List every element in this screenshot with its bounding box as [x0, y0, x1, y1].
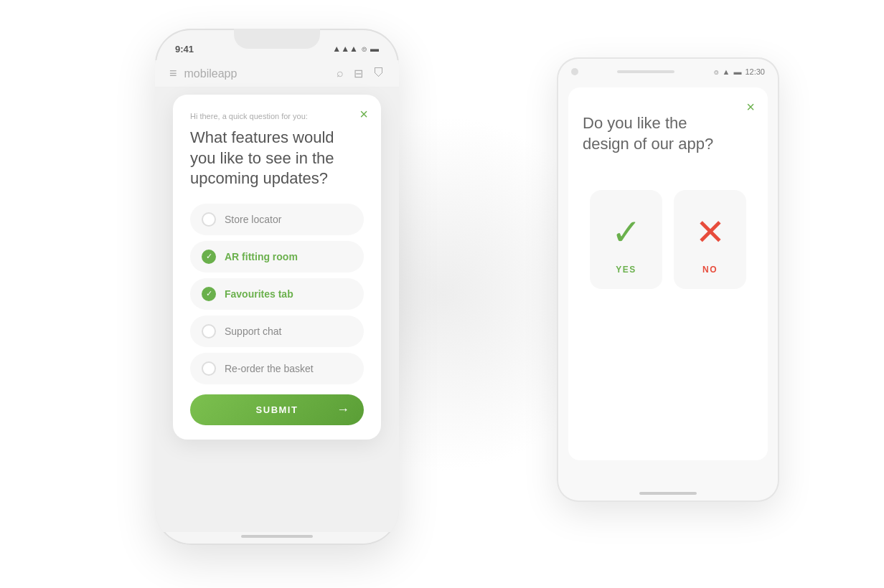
status-icons: ▲▲▲ ⌾ ▬: [332, 44, 379, 54]
p2-home-bar: [639, 492, 697, 495]
option-reorder-basket[interactable]: Re-order the basket: [190, 353, 364, 384]
battery-icon: ▬: [370, 44, 379, 54]
camera-icon: [571, 68, 578, 75]
phone-notch: [234, 29, 320, 49]
top-bar-decoration: [617, 70, 674, 73]
survey-modal: × Hi there, a quick question for you: Wh…: [173, 95, 381, 440]
option-support-chat[interactable]: Support chat: [190, 316, 364, 347]
p2-close-button[interactable]: ×: [746, 99, 755, 115]
arrow-icon: →: [337, 402, 349, 417]
phone-1: 9:41 ▲▲▲ ⌾ ▬ ≡ mobileapp ⌕ ⊟ ⛉ × Hi ther…: [155, 29, 399, 545]
phone-2: ⌾ ▲ ▬ 12:30 × Do you like the design of …: [557, 57, 779, 502]
option-ar-fitting-room[interactable]: AR fitting room: [190, 241, 364, 272]
modal-title: What features would you like to see in t…: [190, 128, 364, 189]
signal-icon: ▲▲▲: [332, 44, 358, 54]
option-label-support-chat: Support chat: [225, 326, 281, 337]
p2-survey-modal: × Do you like the design of our app? ✓ Y…: [568, 87, 768, 460]
modal-overlay: × Hi there, a quick question for you: Wh…: [155, 87, 399, 532]
nav-bar: ≡ mobileapp ⌕ ⊟ ⛉: [155, 60, 399, 87]
option-label-favourites-tab: Favourites tab: [225, 288, 293, 300]
option-store-locator[interactable]: Store locator: [190, 204, 364, 235]
close-button[interactable]: ×: [359, 106, 368, 123]
list-icon[interactable]: ⊟: [354, 67, 363, 80]
search-icon[interactable]: ⌕: [337, 67, 344, 80]
no-label: NO: [702, 265, 718, 275]
option-label-ar-fitting-room: AR fitting room: [225, 251, 298, 262]
radio-favourites-tab: [202, 287, 216, 301]
option-favourites-tab[interactable]: Favourites tab: [190, 278, 364, 310]
radio-store-locator: [202, 212, 216, 227]
p2-status-icons: ⌾ ▲ ▬ 12:30: [714, 67, 765, 76]
p2-question: Do you like the design of our app?: [583, 113, 753, 154]
no-choice[interactable]: ✕ NO: [674, 190, 746, 289]
scene: 9:41 ▲▲▲ ⌾ ▬ ≡ mobileapp ⌕ ⊟ ⛉ × Hi ther…: [47, 14, 837, 574]
phone-content: × Hi there, a quick question for you: Wh…: [155, 87, 399, 532]
clock: 9:41: [175, 44, 194, 54]
menu-icon[interactable]: ≡: [169, 66, 177, 81]
option-label-reorder-basket: Re-order the basket: [225, 363, 314, 374]
wifi-icon: ⌾: [362, 44, 367, 54]
home-bar: [241, 535, 313, 538]
basket-icon[interactable]: ⛉: [373, 67, 385, 80]
checkmark-icon: ✓: [611, 212, 641, 253]
yes-label: YES: [616, 265, 636, 275]
p2-signal-icon: ▲: [723, 67, 730, 76]
radio-support-chat: [202, 324, 216, 338]
x-icon: ✕: [695, 212, 725, 253]
yes-choice[interactable]: ✓ YES: [590, 190, 662, 289]
nav-title: mobileapp: [184, 67, 337, 80]
phone2-status-bar: ⌾ ▲ ▬ 12:30: [557, 57, 779, 82]
p2-choices: ✓ YES ✕ NO: [583, 190, 753, 289]
radio-reorder-basket: [202, 361, 216, 376]
p2-battery-icon: ▬: [733, 67, 741, 76]
submit-button[interactable]: SUBMIT →: [190, 394, 364, 425]
modal-subtitle: Hi there, a quick question for you:: [190, 112, 364, 120]
p2-clock: 12:30: [745, 67, 765, 76]
submit-label: SUBMIT: [256, 404, 298, 415]
option-label-store-locator: Store locator: [225, 214, 281, 225]
p2-wifi-icon: ⌾: [714, 67, 719, 76]
nav-action-icons: ⌕ ⊟ ⛉: [337, 67, 385, 80]
radio-ar-fitting-room: [202, 250, 216, 264]
